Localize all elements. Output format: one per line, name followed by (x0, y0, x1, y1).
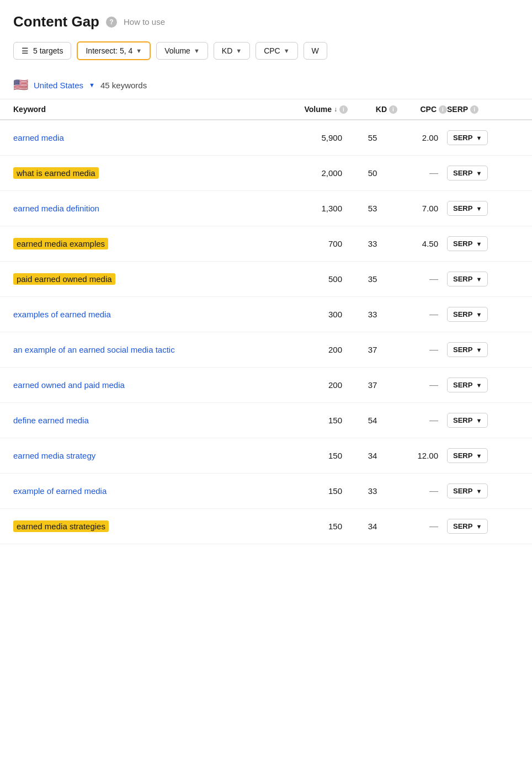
serp-button[interactable]: SERP ▼ (447, 130, 488, 145)
keyword-cell: earned owned and paid media (13, 379, 270, 391)
serp-info-icon[interactable]: i (470, 105, 478, 114)
kd-cell: 37 (348, 345, 397, 354)
serp-button[interactable]: SERP ▼ (447, 342, 488, 357)
volume-cell: 700 (270, 239, 348, 248)
targets-filter-button[interactable]: ☰ 5 targets (13, 42, 71, 60)
serp-cell: SERP ▼ (447, 448, 519, 463)
kd-cell: 34 (348, 522, 397, 531)
volume-cell: 1,300 (270, 204, 348, 213)
th-cpc: CPC i (397, 105, 447, 114)
chevron-down-icon: ▼ (284, 47, 290, 54)
keyword-cell: an example of an earned social media tac… (13, 344, 270, 355)
keyword-link[interactable]: earned media definition (13, 203, 99, 214)
volume-label: Volume (164, 46, 190, 55)
country-flag: 🇺🇸 (13, 78, 28, 92)
chevron-down-icon: ▼ (236, 47, 242, 54)
serp-button[interactable]: SERP ▼ (447, 272, 488, 286)
keyword-highlighted[interactable]: earned media strategies (13, 520, 109, 532)
th-keyword: Keyword (13, 105, 270, 114)
serp-button[interactable]: SERP ▼ (447, 519, 488, 534)
cpc-cell: — (397, 486, 447, 496)
cpc-cell: — (397, 416, 447, 426)
serp-label: SERP (453, 310, 472, 318)
serp-label: SERP (453, 169, 472, 177)
kd-cell: 37 (348, 380, 397, 390)
kd-dropdown-button[interactable]: KD ▼ (214, 42, 250, 60)
keyword-link[interactable]: earned media strategy (13, 450, 95, 461)
cpc-dash: — (429, 522, 438, 531)
cpc-dash: — (429, 416, 438, 425)
cpc-dash: — (429, 310, 438, 319)
serp-label: SERP (453, 487, 472, 495)
table-row: an example of an earned social media tac… (0, 332, 532, 368)
cpc-dash: — (429, 168, 438, 178)
cpc-info-icon[interactable]: i (439, 105, 447, 114)
table-body: earned media 5,900 55 2.00 SERP ▼ what i… (0, 120, 532, 544)
serp-chevron-icon: ▼ (476, 205, 482, 212)
help-icon[interactable]: ? (106, 17, 117, 28)
serp-button[interactable]: SERP ▼ (447, 448, 488, 463)
table-row: what is earned media 2,000 50 — SERP ▼ (0, 156, 532, 191)
intersect-dropdown-button[interactable]: Intersect: 5, 4 ▼ (77, 41, 151, 60)
volume-cell: 500 (270, 274, 348, 284)
kd-cell: 53 (348, 204, 397, 213)
serp-button[interactable]: SERP ▼ (447, 378, 488, 392)
serp-button[interactable]: SERP ▼ (447, 483, 488, 498)
chevron-down-icon: ▼ (194, 47, 200, 54)
country-chevron-icon[interactable]: ▼ (89, 82, 95, 88)
kd-cell: 33 (348, 310, 397, 319)
table-header-row: Keyword Volume ↓ i KD i CPC i SERP i (0, 99, 532, 120)
cpc-label: CPC (264, 46, 280, 55)
serp-label: SERP (453, 451, 472, 460)
table-row: examples of earned media 300 33 — SERP ▼ (0, 297, 532, 332)
page-title: Content Gap (13, 13, 99, 30)
keyword-link[interactable]: examples of earned media (13, 309, 111, 320)
kd-cell: 55 (348, 133, 397, 142)
cpc-cell: — (397, 274, 447, 284)
keyword-link[interactable]: an example of an earned social media tac… (13, 344, 175, 355)
keyword-cell: define earned media (13, 414, 270, 426)
keyword-highlighted[interactable]: earned media examples (13, 238, 108, 249)
serp-cell: SERP ▼ (447, 378, 519, 392)
keyword-link[interactable]: define earned media (13, 414, 89, 426)
sort-icon[interactable]: ↓ (334, 105, 337, 113)
serp-button[interactable]: SERP ▼ (447, 201, 488, 216)
keywords-table: Keyword Volume ↓ i KD i CPC i SERP i e (0, 99, 532, 544)
cpc-cell: — (397, 168, 447, 178)
volume-cell: 200 (270, 345, 348, 354)
th-volume: Volume ↓ i (270, 105, 348, 114)
serp-button[interactable]: SERP ▼ (447, 307, 488, 322)
serp-cell: SERP ▼ (447, 236, 519, 251)
serp-button[interactable]: SERP ▼ (447, 413, 488, 428)
country-selector[interactable]: United States (34, 81, 83, 90)
cpc-cell: — (397, 380, 447, 390)
serp-chevron-icon: ▼ (476, 241, 482, 247)
how-to-use-link[interactable]: How to use (124, 17, 165, 26)
keyword-cell: paid earned owned media (13, 273, 270, 285)
volume-cell: 150 (270, 522, 348, 531)
cpc-dash: — (429, 380, 438, 390)
serp-label: SERP (453, 240, 472, 248)
serp-cell: SERP ▼ (447, 519, 519, 534)
cpc-value: 2.00 (422, 133, 438, 142)
page-container: Content Gap ? How to use ☰ 5 targets Int… (0, 0, 532, 776)
filter-icon: ☰ (22, 46, 29, 55)
keyword-cell: earned media strategies (13, 520, 270, 532)
volume-info-icon[interactable]: i (339, 105, 348, 114)
keyword-link[interactable]: earned owned and paid media (13, 379, 125, 391)
w-dropdown-button[interactable]: W (304, 42, 327, 60)
keyword-highlighted[interactable]: what is earned media (13, 167, 99, 179)
keyword-link[interactable]: earned media (13, 132, 64, 143)
cpc-dropdown-button[interactable]: CPC ▼ (256, 42, 297, 60)
kd-info-icon[interactable]: i (389, 105, 397, 114)
cpc-dash: — (429, 345, 438, 354)
serp-label: SERP (453, 416, 472, 424)
serp-button[interactable]: SERP ▼ (447, 236, 488, 251)
keyword-cell: earned media examples (13, 238, 270, 249)
serp-cell: SERP ▼ (447, 307, 519, 322)
volume-dropdown-button[interactable]: Volume ▼ (156, 42, 208, 60)
table-row: earned media strategy 150 34 12.00 SERP … (0, 438, 532, 474)
keyword-link[interactable]: example of earned media (13, 485, 107, 497)
serp-button[interactable]: SERP ▼ (447, 166, 488, 180)
keyword-highlighted[interactable]: paid earned owned media (13, 273, 115, 285)
